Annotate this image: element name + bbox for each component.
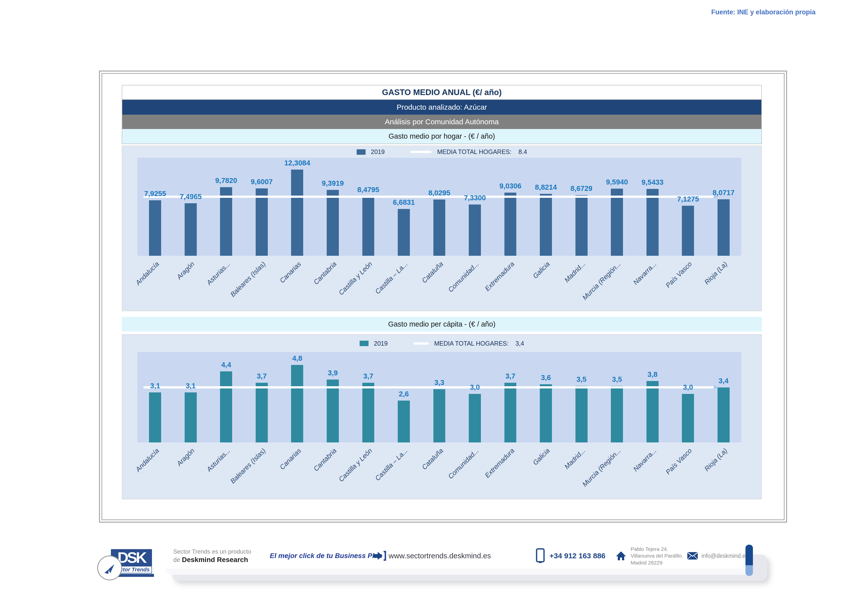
bar-value-label: 4,8 — [292, 354, 302, 363]
x-axis-label: Cataluña — [420, 260, 445, 284]
bar-value-label: 9,5433 — [642, 178, 663, 186]
home-icon — [616, 543, 626, 569]
bar-value-label: 7,4965 — [180, 192, 202, 201]
x-slot: Galicia — [528, 442, 564, 498]
legend-media-label: MEDIA TOTAL HOGARES: — [437, 148, 512, 155]
bar-slot: 7,1275 — [670, 158, 706, 256]
mobile-phone-icon — [536, 543, 545, 569]
x-slot: Aragón — [173, 442, 209, 498]
bar — [184, 392, 197, 442]
x-axis: AndalucíaAragónAsturias...Baleares (Isla… — [137, 256, 741, 310]
bar — [718, 388, 730, 442]
bar-value-label: 4,4 — [221, 361, 231, 369]
x-axis-label: Navarra... — [632, 447, 658, 473]
x-axis-label: Asturias... — [205, 260, 232, 287]
x-slot: Canarias — [279, 256, 315, 310]
bar-slot: 3,8 — [635, 352, 670, 442]
x-slot: Extremadura — [493, 256, 528, 310]
bar-slot: 7,4965 — [173, 158, 209, 256]
bar-slot: 8,8214 — [528, 158, 564, 256]
bar-slot: 3,4 — [706, 352, 741, 442]
media-line — [143, 386, 714, 388]
footer-accent-pill — [746, 545, 753, 576]
legend: 2019 MEDIA TOTAL HOGARES: 3,4 — [122, 335, 761, 352]
bar-slot: 8,4795 — [350, 158, 386, 256]
bar-value-label: 3,3 — [434, 378, 444, 387]
bar-value-label: 7,3300 — [464, 194, 486, 202]
bar — [256, 383, 268, 442]
bar-value-label: 3,6 — [541, 374, 551, 382]
footer-address-line1: Pablo Tejera 24. — [631, 546, 668, 552]
bar-slot: 3,5 — [599, 352, 635, 442]
bar-slot: 9,5433 — [635, 158, 670, 256]
footer-email-link[interactable]: info@deskmind.es — [701, 543, 749, 569]
x-slot: Baleares (Islas) — [244, 256, 280, 310]
bar-value-label: 9,5940 — [606, 178, 628, 186]
bar-value-label: 8,4795 — [357, 186, 380, 194]
bar — [540, 194, 552, 256]
footer-card: Sector Trends es un producto de Deskmind… — [161, 543, 744, 569]
x-axis-label: Canarias — [278, 447, 302, 471]
bar-slot: 6,6831 — [386, 158, 422, 256]
bar — [682, 206, 694, 256]
bar-slot: 9,0306 — [493, 158, 528, 256]
x-axis-label: Madrid... — [563, 260, 587, 284]
bar-slot: 3,7 — [493, 352, 528, 442]
x-slot: Andalucía — [137, 442, 173, 498]
bar-value-label: 3,7 — [257, 372, 267, 380]
bar — [469, 394, 481, 442]
x-slot: Baleares (Islas) — [244, 442, 280, 498]
bar-slot: 2,6 — [386, 352, 422, 442]
bar-value-label: 3,8 — [648, 371, 657, 378]
section-title-per-capita: Gasto medio per cápita - (€ / año) — [122, 317, 762, 332]
bar-slot: 7,9255 — [137, 158, 173, 256]
x-axis-label: Madrid... — [563, 447, 587, 471]
bar-slot: 3,1 — [137, 352, 173, 442]
footer-product-line2-brand: Deskmind Research — [182, 556, 248, 563]
bar-value-label: 3,9 — [328, 369, 338, 377]
bar-value-label: 3,0 — [470, 383, 480, 391]
bar-value-label: 3,0 — [683, 383, 693, 391]
bar-value-label: 8,0295 — [428, 189, 451, 197]
bar — [575, 386, 587, 442]
x-axis-label: Cantabria — [312, 260, 338, 286]
x-axis-label: Cantabria — [312, 447, 338, 473]
x-slot: Castilla – La... — [386, 256, 422, 310]
footer-product-line2: de Deskmind Research — [173, 555, 248, 564]
bar-slot: 8,6729 — [564, 158, 599, 256]
chart-per-household: 2019 MEDIA TOTAL HOGARES: 8.4 7,92557,49… — [122, 146, 762, 311]
paper-plane-icon — [102, 561, 117, 575]
plot-area: 3,13,14,43,74,83,93,72,63,33,03,73,63,53… — [137, 352, 741, 442]
bar — [540, 384, 552, 442]
x-axis-label: Andalucía — [134, 447, 161, 473]
bar-value-label: 2,6 — [399, 390, 409, 398]
bar-slot: 3,7 — [244, 352, 280, 442]
x-slot: Rioja (La) — [706, 256, 741, 310]
x-slot: Rioja (La) — [706, 442, 741, 498]
bar-value-label: 3,1 — [186, 382, 195, 390]
bar — [504, 192, 516, 256]
legend-series-label: 2019 — [374, 340, 388, 347]
bar — [718, 199, 730, 256]
bar — [398, 209, 410, 256]
footer-product-text: Sector Trends es un producto de Deskmind… — [173, 543, 251, 569]
bar-slot: 3,5 — [564, 352, 599, 442]
bar-value-label: 3,5 — [612, 375, 622, 383]
bar-slot: 12,3084 — [279, 158, 315, 256]
footer-address-line2: Villanueva del Pardillo. — [631, 552, 683, 559]
x-slot: Andalucía — [137, 256, 173, 310]
bar-value-label: 7,9255 — [144, 190, 166, 198]
bar-slot: 9,5940 — [599, 158, 635, 256]
legend-series-swatch — [356, 149, 366, 155]
bar-value-label: 8,6729 — [570, 185, 592, 192]
bar-slot: 4,4 — [208, 352, 244, 442]
x-slot: Murcia (Región... — [599, 442, 635, 498]
bar — [433, 389, 445, 442]
x-slot: Extremadura — [493, 442, 528, 498]
legend-media-line-swatch — [410, 151, 432, 153]
bar-slot: 3,7 — [350, 352, 386, 442]
bar-value-label: 8,0717 — [713, 189, 735, 197]
bar-value-label: 6,6831 — [393, 198, 415, 206]
bar-slot: 3,0 — [670, 352, 706, 442]
footer-website-link[interactable]: www.sectortrends.deskmind.es — [389, 543, 491, 569]
